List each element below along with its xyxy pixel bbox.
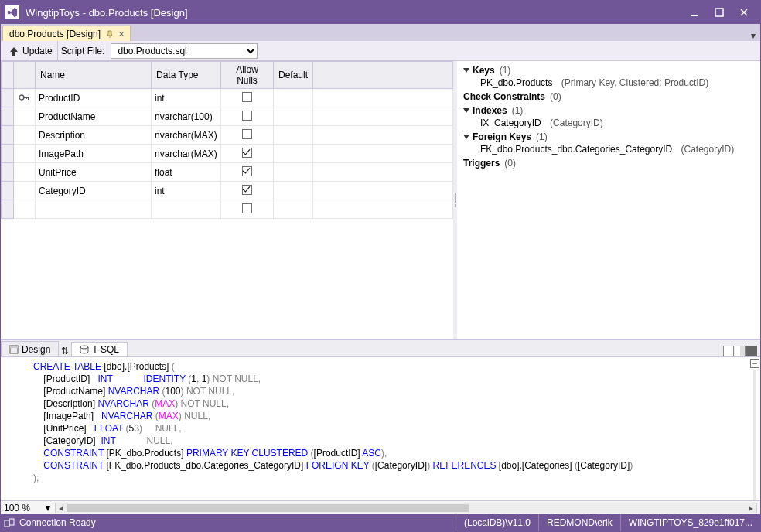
row-selector[interactable] — [2, 163, 14, 182]
horizontal-scrollbar[interactable]: ◂ ▸ — [55, 503, 757, 513]
check-label: Check Constraints — [463, 91, 545, 102]
foreign-keys-node[interactable]: Foreign Keys (1) — [463, 131, 754, 143]
cell-allow-nulls[interactable] — [221, 182, 274, 200]
cell-datatype[interactable]: nvarchar(MAX) — [152, 126, 221, 145]
swap-panes-icon[interactable]: ⇅ — [59, 346, 71, 356]
tab-close-icon[interactable]: × — [116, 29, 127, 39]
triggers-node[interactable]: Triggers (0) — [463, 157, 754, 169]
table-row[interactable]: CategoryIDint — [2, 182, 453, 200]
row-selector[interactable] — [2, 107, 14, 126]
close-button[interactable] — [732, 3, 756, 22]
cell-default[interactable] — [274, 182, 313, 200]
cell-allow-nulls[interactable] — [221, 107, 274, 126]
column-header-allownulls[interactable]: Allow Nulls — [221, 62, 274, 89]
checkbox-icon[interactable] — [242, 166, 252, 176]
cell-name[interactable]: ProductName — [36, 107, 152, 126]
row-selector[interactable] — [2, 126, 14, 145]
fk-item[interactable]: FK_dbo.Products_dbo.Categories_CategoryI… — [463, 143, 754, 155]
cell-name[interactable]: ImagePath — [36, 145, 152, 163]
document-tab[interactable]: dbo.Products [Design] × — [2, 26, 131, 41]
indexes-count: (1) — [512, 105, 524, 116]
row-selector[interactable] — [2, 89, 14, 107]
cell-datatype[interactable]: float — [152, 163, 221, 182]
svg-rect-9 — [5, 520, 9, 527]
layout-alt-button[interactable] — [746, 346, 757, 356]
cell-name[interactable]: UnitPrice — [36, 163, 152, 182]
table-row[interactable]: ProductNamenvarchar(100) — [2, 107, 453, 126]
pk-indicator — [14, 126, 36, 145]
cell-default[interactable] — [274, 145, 313, 163]
pane-layout-buttons — [722, 346, 760, 356]
triggers-count: (0) — [504, 158, 516, 169]
cell-datatype[interactable]: nvarchar(100) — [152, 107, 221, 126]
checkbox-icon[interactable] — [242, 185, 252, 195]
cell-default[interactable] — [274, 163, 313, 182]
indexes-node[interactable]: Indexes (1) — [463, 104, 754, 117]
cell-name[interactable]: Description — [36, 126, 152, 145]
scroll-left-icon[interactable]: ◂ — [56, 503, 67, 513]
checkbox-icon[interactable] — [242, 111, 252, 121]
expander-icon — [463, 108, 469, 113]
table-row[interactable]: Descriptionnvarchar(MAX) — [2, 126, 453, 145]
tab-design[interactable]: Design — [1, 341, 59, 356]
cell-filler — [313, 126, 453, 145]
check-constraints-node[interactable]: Check Constraints (0) — [463, 90, 754, 103]
column-header-datatype[interactable]: Data Type — [152, 62, 221, 89]
cell-allow-nulls[interactable] — [221, 145, 274, 163]
triggers-label: Triggers — [463, 158, 500, 169]
connection-icon — [4, 518, 15, 527]
maximize-button[interactable] — [708, 3, 731, 22]
column-header-name[interactable]: Name — [36, 62, 152, 89]
cell-default[interactable] — [274, 126, 313, 145]
checkbox-icon[interactable] — [242, 203, 252, 213]
cell-name[interactable]: CategoryID — [36, 182, 152, 200]
tab-overflow-chevron-icon[interactable]: ▾ — [751, 30, 756, 41]
cell-allow-nulls[interactable] — [221, 89, 274, 107]
cell-filler — [313, 107, 453, 126]
table-row[interactable]: UnitPricefloat — [2, 163, 453, 182]
cell-allow-nulls[interactable] — [221, 163, 274, 182]
cell-allow-nulls[interactable] — [221, 126, 274, 145]
overview-ruler[interactable] — [753, 370, 756, 500]
index-detail: (CategoryID) — [550, 118, 603, 128]
cell-default[interactable] — [274, 107, 313, 126]
layout-split-button[interactable] — [735, 346, 746, 356]
minimize-button[interactable] — [683, 3, 706, 22]
cell-name[interactable]: ProductID — [36, 89, 152, 107]
update-arrow-icon — [9, 46, 19, 56]
table-row-new[interactable] — [2, 200, 453, 219]
cell-filler — [313, 163, 453, 182]
cell-datatype[interactable]: int — [152, 89, 221, 107]
update-button[interactable]: Update — [4, 41, 58, 60]
cell-datatype[interactable]: nvarchar(MAX) — [152, 145, 221, 163]
zoom-chevron-icon[interactable]: ▾ — [46, 503, 55, 513]
tab-tsql[interactable]: T-SQL — [71, 342, 128, 357]
layout-full-button[interactable] — [723, 346, 734, 356]
checkbox-icon[interactable] — [242, 92, 252, 102]
scroll-right-icon[interactable]: ▸ — [746, 503, 756, 513]
designer-content: Name Data Type Allow Nulls Default Produ… — [1, 61, 760, 514]
title-bar: WingtipToys - dbo.Products [Design] — [1, 1, 760, 24]
keys-label: Keys — [473, 65, 495, 76]
zoom-level[interactable]: 100 % — [4, 503, 46, 513]
cell-default[interactable] — [274, 89, 313, 107]
sql-editor[interactable]: CREATE TABLE [dbo].[Products] ( [Product… — [1, 357, 760, 500]
pin-icon[interactable] — [105, 29, 114, 39]
scroll-thumb[interactable] — [67, 504, 469, 512]
row-selector[interactable] — [2, 145, 14, 163]
index-item[interactable]: IX_CategoryID (CategoryID) — [463, 117, 754, 129]
key-item[interactable]: PK_dbo.Products (Primary Key, Clustered:… — [463, 77, 754, 89]
split-plus-icon[interactable]: − — [750, 359, 759, 368]
table-row[interactable]: ProductIDint — [2, 89, 453, 107]
row-selector[interactable] — [2, 182, 14, 200]
columns-grid-pane: Name Data Type Allow Nulls Default Produ… — [1, 61, 453, 339]
keys-node[interactable]: Keys (1) — [463, 64, 754, 77]
table-row[interactable]: ImagePathnvarchar(MAX) — [2, 145, 453, 163]
column-header-default[interactable]: Default — [274, 62, 313, 89]
script-file-select[interactable]: dbo.Products.sql — [111, 43, 258, 59]
checkbox-icon[interactable] — [242, 148, 252, 158]
status-server: (LocalDB)\v11.0 — [456, 514, 538, 531]
document-tab-label: dbo.Products [Design] — [9, 29, 101, 39]
cell-datatype[interactable]: int — [152, 182, 221, 200]
checkbox-icon[interactable] — [242, 129, 252, 139]
